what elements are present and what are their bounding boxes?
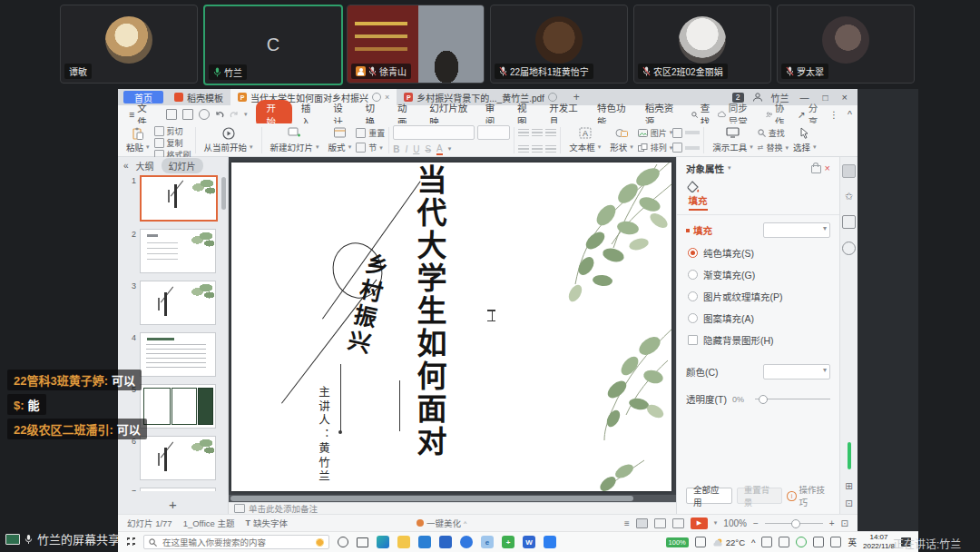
participant-tile[interactable]: 22届地科1班黄怡宁 [490,5,628,84]
font-name-select[interactable] [393,125,475,140]
taskbar-search[interactable] [143,535,329,549]
grid-view-icon[interactable]: ⊞ [845,481,852,491]
save-icon[interactable] [166,109,177,120]
file-explorer-icon[interactable] [397,536,410,548]
zoom-level[interactable]: 100% [723,518,747,528]
preview-icon[interactable] [199,109,210,120]
underline-button[interactable]: U [413,144,419,154]
start-button[interactable] [125,537,135,547]
task-view-icon[interactable] [357,537,368,547]
bold-button[interactable]: B [393,144,399,154]
pen-icon[interactable] [761,537,772,547]
reset-background-button[interactable]: 重置背景 [737,488,783,504]
taskbar-clock[interactable]: 14:07 2022/11/8 [863,533,895,551]
apply-all-button[interactable]: 全部应用 [686,488,732,504]
bullets-icon[interactable] [518,145,529,153]
arrange-button[interactable]: 排列▾ [638,142,673,153]
theme-name[interactable]: 1_Office 主题 [183,517,235,529]
option-gradient-fill[interactable]: 渐变填充(G) [688,268,830,281]
wps-icon[interactable]: W [523,536,535,548]
slide-thumbnail-1[interactable]: 1 [127,175,229,222]
sync-tray-icon[interactable] [796,537,807,547]
search-input[interactable] [161,537,312,548]
tablet-icon[interactable] [779,537,789,547]
caret-down-icon[interactable]: ▾ [728,164,731,172]
reset-button[interactable]: 重置 [356,127,385,139]
font-color-button[interactable]: A [436,143,443,155]
keyboard-icon[interactable] [813,537,824,547]
outline-tab[interactable]: 大纲 [136,159,154,172]
participant-tile[interactable]: 谭敏 [60,5,198,84]
print-icon[interactable] [182,109,193,120]
participant-tile[interactable]: 罗太翠 [777,5,915,84]
panel-scrollbar[interactable] [221,177,226,210]
slide-title-textbox[interactable]: 当代大学生如何面对 [411,164,447,489]
app-blue-icon[interactable] [439,536,452,548]
presentation-tools-button[interactable]: 演示工具▾ [708,125,758,155]
option-pattern-fill[interactable]: 图案填充(A) [688,311,830,325]
paste-button[interactable]: 粘贴▾ [122,125,154,155]
slider-knob[interactable] [759,395,768,404]
zoom-knob[interactable] [791,519,800,528]
participant-tile[interactable]: 农区2班02金丽娟 [633,5,771,84]
layout-button[interactable]: 版式▾ [324,125,357,155]
reading-view-icon[interactable] [672,518,684,528]
add-slide-button[interactable]: + [118,497,228,512]
mail-icon[interactable] [418,536,431,548]
caret-down-icon[interactable]: ▾ [714,519,718,527]
edge-icon[interactable] [377,536,389,548]
horizontal-scrollbar[interactable] [229,495,676,502]
textbox-button[interactable]: A 文本框▾ [564,125,605,155]
more-options-icon[interactable]: ⋮ [829,109,839,120]
tab-docer-template[interactable]: 稻壳模板 [167,89,230,105]
ime-indicator[interactable]: 英 [848,536,857,548]
effects-icon[interactable]: ✩ [843,191,855,202]
slides-tab[interactable]: 幻灯片 [162,158,203,173]
participant-tile[interactable]: 徐青山 [347,5,485,84]
volume-icon[interactable] [830,537,841,547]
history-icon[interactable] [842,242,856,255]
slide-thumbnail-3[interactable]: 3 [127,281,229,325]
quick-access-caret-icon[interactable]: ▾ [244,111,248,118]
align-right-icon[interactable] [545,129,556,136]
select-button[interactable]: 选择▾ [789,125,821,155]
redo-icon[interactable] [230,111,239,119]
slide-thumbnail-6[interactable]: 6 [127,436,229,480]
fit-window-icon[interactable]: ⊡ [845,498,852,508]
cut-button[interactable]: 剪切 [154,125,191,137]
app-green-icon[interactable]: + [502,536,514,548]
shapes-button[interactable]: 形状▾ [605,125,638,155]
collapse-ribbon-icon[interactable]: ^ [848,109,852,120]
cortana-icon[interactable] [338,537,348,547]
option-solid-fill[interactable]: 纯色填充(S) [688,246,830,260]
battery-percent[interactable]: 100% [666,537,689,547]
beautify-button[interactable]: 一键美化 ^ [416,517,466,529]
slide-sorter-icon[interactable] [654,518,666,528]
animation-pane-icon[interactable] [842,215,856,229]
browser-icon[interactable] [460,536,473,548]
replace-button[interactable]: ⇄ 替换▾ [758,142,789,153]
align-center-icon[interactable] [532,129,543,136]
zoom-out-icon[interactable]: − [753,518,759,528]
color-dropdown[interactable] [763,364,830,380]
presenter-textbox[interactable]: 主讲人：黄竹兰 [315,386,332,488]
normal-view-icon[interactable] [636,518,648,528]
undo-icon[interactable] [215,111,224,119]
picture-button[interactable]: 图片▾ [638,127,673,139]
fit-slide-icon[interactable]: ⊡ [841,518,848,528]
collapse-panel-icon[interactable]: « [123,161,129,171]
close-panel-icon[interactable]: × [825,163,830,173]
participant-tile-speaking[interactable]: C 竹兰 [203,5,343,85]
notes-toggle-icon[interactable]: ≡ [624,518,630,528]
align-left-icon[interactable] [518,129,529,136]
font-size-select[interactable] [477,125,510,140]
tips-link[interactable]: i 操作技巧 [787,483,830,508]
line-spacing-icon[interactable] [545,145,556,153]
notes-bar[interactable]: 单击此处添加备注 [229,502,676,514]
properties-panel-icon[interactable] [842,164,856,178]
copy-button[interactable]: 复制 [154,137,191,149]
italic-button[interactable]: I [405,144,407,154]
fill-preset-dropdown[interactable] [763,222,830,238]
meeting-app-icon[interactable] [544,536,556,548]
fill-tab[interactable]: 填充 [686,181,710,211]
